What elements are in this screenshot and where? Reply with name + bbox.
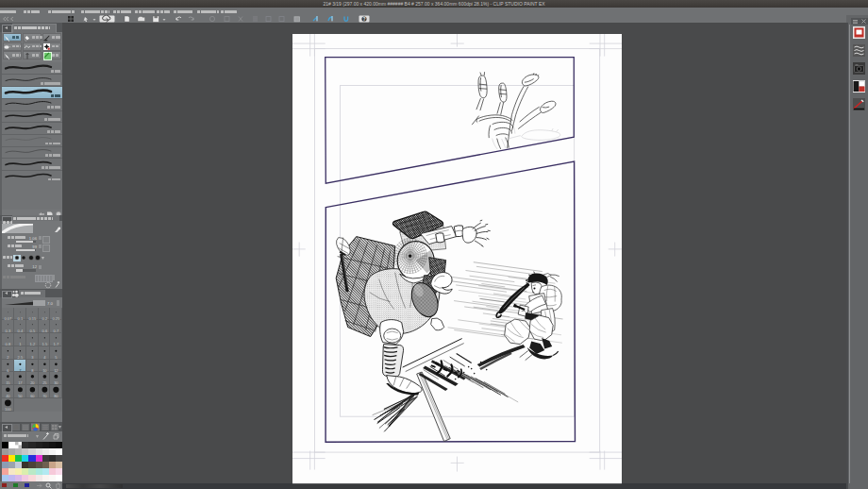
svg-text:80: 80 xyxy=(54,394,58,398)
svg-text:70: 70 xyxy=(42,394,47,398)
svg-text:100: 100 xyxy=(5,406,11,411)
svg-text:60: 60 xyxy=(30,394,35,398)
svg-text:50: 50 xyxy=(18,394,23,398)
svg-text:?: ? xyxy=(362,16,365,22)
